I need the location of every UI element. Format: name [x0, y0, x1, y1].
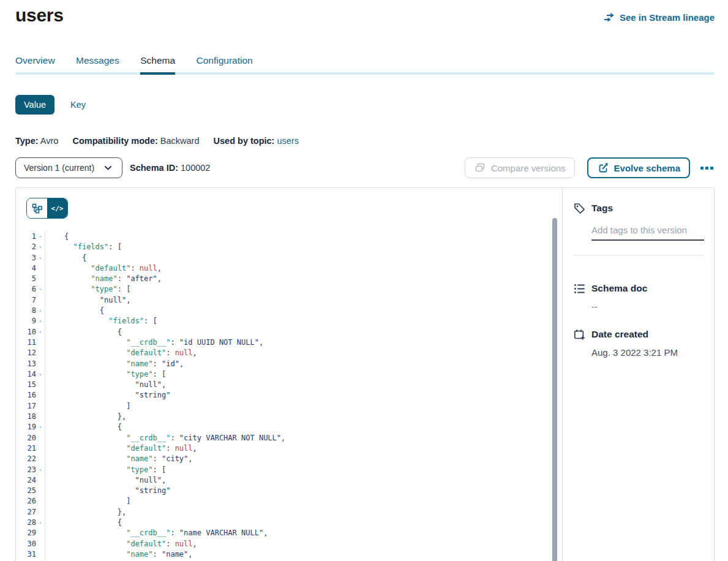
page-title: users	[15, 4, 64, 27]
line-number: 8	[16, 306, 36, 316]
tree-view-button[interactable]	[27, 198, 47, 218]
see-in-stream-lineage-link[interactable]: See in Stream lineage	[603, 11, 715, 23]
fold-spacer	[36, 390, 45, 401]
line-number: 10	[16, 327, 36, 337]
fold-toggle-icon[interactable]: ▾	[36, 518, 45, 528]
schema-id-label: Schema ID:	[130, 163, 178, 173]
code-text: "name": "id",	[45, 359, 562, 369]
add-tags-input[interactable]	[591, 225, 704, 241]
fold-toggle-icon[interactable]: ▾	[36, 242, 45, 252]
schema-id-value: 100002	[181, 163, 210, 173]
code-line: 4 "default": null,	[16, 263, 562, 274]
tab-messages[interactable]: Messages	[76, 55, 119, 75]
code-text: {	[45, 306, 562, 316]
fold-spacer	[36, 486, 45, 496]
more-actions-button[interactable]	[699, 163, 715, 173]
code-text: "default": null,	[45, 443, 562, 454]
line-number: 26	[16, 496, 36, 506]
fold-spacer	[36, 295, 45, 306]
line-number: 4	[16, 263, 36, 274]
code-line: 10▾ {	[16, 327, 562, 337]
fold-spacer	[36, 454, 45, 464]
code-text: "fields": [	[45, 242, 562, 252]
key-segment-link[interactable]: Key	[70, 100, 86, 110]
fold-toggle-icon[interactable]: ▾	[36, 465, 45, 475]
schema-sidebar: Tags Schema	[562, 188, 714, 561]
fold-spacer	[36, 528, 45, 538]
code-line: 12 "default": null,	[16, 348, 562, 358]
code-text: "default": null,	[45, 539, 562, 549]
line-number: 22	[16, 454, 36, 464]
code-line: 16 "string"	[16, 390, 562, 401]
fold-toggle-icon[interactable]: ▾	[36, 253, 45, 263]
tab-schema[interactable]: Schema	[140, 55, 175, 75]
page: users See in Stream lineage Overview Mes…	[0, 4, 728, 561]
fold-toggle-icon[interactable]: ▾	[36, 369, 45, 380]
fold-toggle-icon[interactable]: ▾	[36, 284, 45, 295]
schema-panel: </> 1▾{2▾ "fields": [3▾ {4 "default": nu…	[15, 187, 715, 561]
code-line: 29 "__crdb__": "name VARCHAR NULL",	[16, 528, 562, 538]
code-line: 25 "string"	[16, 486, 562, 496]
code-text: "fields": [	[45, 316, 562, 326]
line-number: 20	[16, 433, 36, 443]
code-text: ]	[45, 401, 562, 412]
fold-spacer	[36, 359, 45, 369]
code-line: 24 "null",	[16, 475, 562, 486]
code-text: "string"	[45, 390, 562, 401]
code-line: 20 "__crdb__": "city VARCHAR NOT NULL",	[16, 433, 562, 443]
code-line: 26 ]	[16, 496, 562, 506]
schema-code-pane: </> 1▾{2▾ "fields": [3▾ {4 "default": nu…	[16, 188, 562, 561]
code-text: "null",	[45, 380, 562, 390]
fold-toggle-icon[interactable]: ▾	[36, 316, 45, 326]
code-text: {	[45, 232, 562, 242]
code-text: "default": null,	[45, 263, 562, 274]
code-line: 22 "name": "city",	[16, 454, 562, 464]
line-number: 27	[16, 507, 36, 518]
code-text: "null",	[45, 475, 562, 486]
code-text: {	[45, 327, 562, 337]
line-number: 16	[16, 390, 36, 401]
code-text: "default": null,	[45, 348, 562, 358]
topic-link[interactable]: users	[277, 136, 298, 146]
code-view-icon: </>	[51, 205, 64, 213]
tag-icon	[573, 202, 585, 214]
fold-toggle-icon[interactable]: ▾	[36, 232, 45, 242]
list-icon	[573, 282, 585, 295]
code-line: 23▾ "type": [	[16, 465, 562, 475]
fold-spacer	[36, 348, 45, 358]
type-label: Type:	[15, 136, 39, 146]
tab-configuration[interactable]: Configuration	[197, 55, 253, 75]
fold-toggle-icon[interactable]: ▾	[36, 422, 45, 432]
code-lines: 1▾{2▾ "fields": [3▾ {4 "default": null,5…	[16, 232, 562, 561]
line-number: 17	[16, 401, 36, 412]
fold-toggle-icon[interactable]: ▾	[36, 306, 45, 316]
code-text: ]	[45, 496, 562, 506]
vertical-scrollbar[interactable]	[552, 218, 557, 561]
fold-spacer	[36, 274, 45, 284]
line-number: 13	[16, 359, 36, 369]
line-number: 24	[16, 475, 36, 486]
code-text: "type": [	[45, 369, 562, 380]
code-view-button[interactable]: </>	[47, 198, 67, 218]
tab-overview[interactable]: Overview	[15, 55, 55, 75]
code-line: 9▾ "fields": [	[16, 316, 562, 326]
code-line: 3▾ {	[16, 253, 562, 263]
fold-spacer	[36, 475, 45, 486]
type-value: Avro	[40, 136, 59, 146]
evolve-schema-button[interactable]: Evolve schema	[587, 157, 690, 178]
version-select[interactable]: Version 1 (current)	[15, 157, 122, 178]
line-number: 2	[16, 242, 36, 252]
fold-spacer	[36, 433, 45, 443]
code-line: 6▾ "type": [	[16, 284, 562, 295]
value-segment-button[interactable]: Value	[15, 95, 54, 115]
code-text: "null",	[45, 295, 562, 306]
calendar-plus-icon	[573, 328, 585, 341]
line-number: 15	[16, 380, 36, 390]
schema-id: Schema ID: 100002	[130, 163, 210, 173]
schema-doc-title: Schema doc	[591, 283, 647, 294]
code-line: 2▾ "fields": [	[16, 242, 562, 252]
code-text: {	[45, 253, 562, 263]
line-number: 21	[16, 443, 36, 454]
compare-versions-button[interactable]: Compare versions	[465, 157, 575, 178]
fold-toggle-icon[interactable]: ▾	[36, 327, 45, 337]
